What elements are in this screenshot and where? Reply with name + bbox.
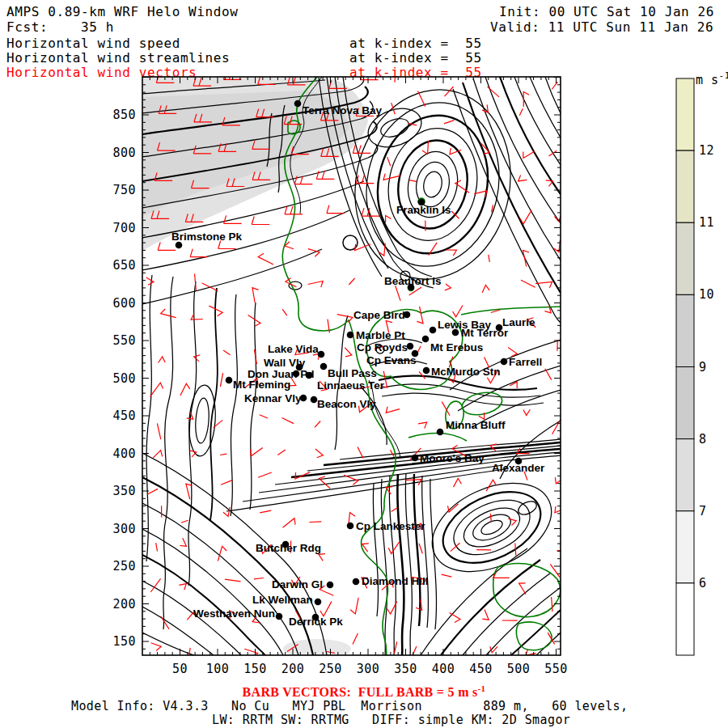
wind-barb (552, 419, 561, 434)
wind-barb (549, 150, 557, 156)
wind-barb (223, 507, 230, 516)
station-label: Cp Lankester (356, 520, 425, 532)
colorbar-segment (676, 439, 694, 511)
colorbar-tick-label: 8 (699, 432, 707, 447)
colorbar-tick-label: 10 (699, 287, 714, 302)
station-dot (347, 332, 354, 339)
y-tick-label: 650 (112, 258, 136, 273)
y-tick-label: 700 (112, 221, 136, 235)
wind-barb (159, 357, 166, 363)
colorbar-tick-label: 9 (699, 360, 707, 375)
wind-barb (190, 451, 197, 457)
wind-barb (353, 633, 358, 645)
station-label: Mt Erebus (430, 341, 483, 353)
station-label: Franklin Is (396, 204, 451, 216)
y-tick-label: 850 (112, 108, 136, 122)
wind-barb (283, 518, 296, 528)
station-label: Mt Terror (461, 327, 509, 339)
wind-barb (519, 108, 523, 116)
wind-barb (453, 306, 463, 317)
wind-barb (519, 583, 527, 595)
station-dot (347, 523, 354, 530)
y-tick-label: 600 (112, 296, 136, 311)
colorbar-units: m s-1 (696, 70, 728, 87)
wind-barb (147, 489, 158, 494)
station-label: Derrick Pk (289, 616, 343, 628)
y-tick-label: 200 (112, 597, 136, 612)
station-label: Beaufort Is (384, 275, 442, 287)
station-label: Minna Bluff (446, 419, 506, 431)
wind-barb (251, 448, 263, 456)
wind-barb (146, 277, 154, 285)
wind-map: 5010015020025030035040045050055015020025… (0, 0, 728, 728)
wind-barb (386, 407, 400, 413)
wind-barb (521, 280, 535, 287)
wind-barb (383, 174, 400, 180)
wind-barb (258, 253, 273, 265)
wind-barb (244, 649, 257, 658)
station-dot (306, 372, 313, 379)
wind-barb (260, 415, 268, 418)
wind-barb (194, 355, 201, 362)
wind-barb (153, 451, 163, 458)
wind-barb (223, 350, 230, 355)
station-dot (327, 582, 334, 589)
wind-barb (349, 278, 354, 285)
wind-barb (396, 286, 400, 301)
wind-barb (388, 542, 399, 553)
wind-barb (446, 250, 457, 256)
station-label: Farrell (509, 356, 542, 368)
y-tick-label: 800 (112, 146, 136, 160)
x-tick-label: 200 (281, 662, 305, 676)
station-label: Brimstone Pk (171, 231, 243, 243)
x-tick-label: 450 (469, 662, 493, 676)
station-label: Alexander (492, 462, 545, 474)
y-tick-label: 400 (112, 447, 136, 461)
wind-barb (520, 210, 531, 224)
station-label: Cp Royds (357, 341, 408, 353)
wind-barb (252, 288, 259, 303)
wind-barb (386, 216, 392, 223)
wind-barb (448, 504, 459, 512)
wind-barb (180, 383, 190, 396)
wind-barb (158, 242, 176, 250)
station-dot (276, 613, 283, 620)
wind-barb (545, 369, 552, 380)
station-label: Kennar Vly (244, 392, 302, 404)
wind-barb (220, 373, 222, 387)
colorbar-segment (676, 367, 694, 439)
wind-barb (190, 249, 208, 257)
wind-barb (419, 544, 422, 553)
wind-barb (254, 578, 264, 579)
station-label: Lake Vida (268, 343, 319, 355)
station-label: Bull Pass (328, 367, 377, 379)
wind-barb (179, 584, 186, 590)
x-tick-label: 250 (319, 662, 342, 676)
wind-barb (282, 309, 287, 315)
wind-barb (552, 82, 557, 89)
wind-barb (180, 538, 186, 546)
wind-barb (258, 472, 272, 477)
station-dot (226, 377, 233, 384)
wind-barb (157, 424, 160, 440)
y-tick-label: 450 (112, 408, 136, 423)
station-dot (430, 327, 437, 334)
wind-barb (181, 520, 188, 523)
colorbar-segment (676, 150, 694, 222)
colorbar-segment (676, 222, 694, 294)
wind-barb (523, 409, 530, 415)
colorbar-tick-label: 12 (699, 143, 714, 158)
barb-legend-text: BARB VECTORS: FULL BARB = 5 m s (243, 685, 478, 699)
y-tick-label: 300 (112, 522, 136, 536)
wind-barb (508, 518, 516, 525)
station-label: Marble Pt (356, 329, 405, 341)
colorbar-segment (676, 511, 694, 583)
station-dot (501, 358, 508, 366)
wind-barb (387, 157, 391, 166)
wind-barb (260, 510, 271, 513)
wind-barb (482, 610, 489, 620)
wind-barb (315, 421, 320, 428)
wind-barb (392, 508, 398, 512)
model-info-line1: Model Info: V4.3.3 No Cu MYJ PBL Morriso… (71, 699, 628, 713)
x-tick-label: 350 (394, 662, 417, 676)
